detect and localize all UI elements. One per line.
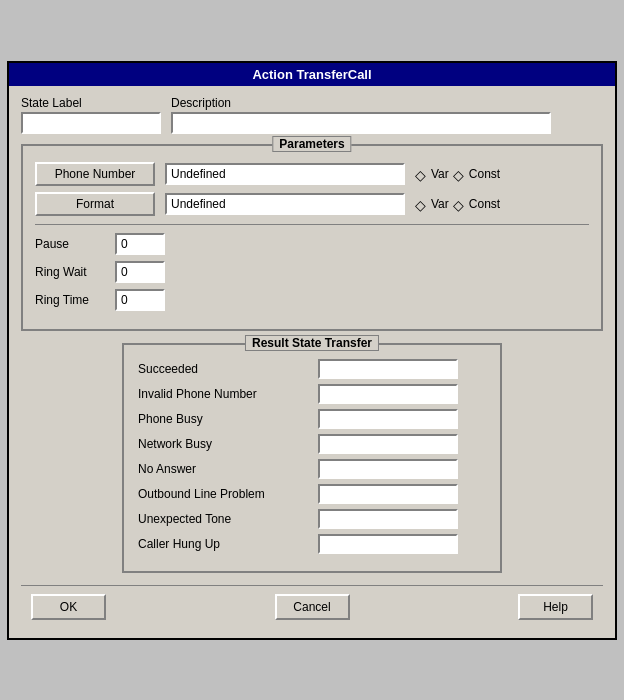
ring-wait-label: Ring Wait xyxy=(35,265,115,279)
format-radio-group: Var Const xyxy=(415,197,500,211)
result-row: Network Busy xyxy=(138,434,486,454)
state-label-input[interactable] xyxy=(21,112,161,134)
phone-number-row: Phone Number Var Const xyxy=(35,162,589,186)
window-body: State Label Description Parameters Phone… xyxy=(9,86,615,638)
result-row-input[interactable] xyxy=(318,384,458,404)
result-row: Outbound Line Problem xyxy=(138,484,486,504)
phone-number-const-label: Const xyxy=(469,167,500,181)
result-row-input[interactable] xyxy=(318,459,458,479)
ring-time-label: Ring Time xyxy=(35,293,115,307)
phone-number-radio-group: Var Const xyxy=(415,167,500,181)
format-input[interactable] xyxy=(165,193,405,215)
help-button[interactable]: Help xyxy=(518,594,593,620)
result-row-label: Caller Hung Up xyxy=(138,537,318,551)
parameters-legend: Parameters xyxy=(272,136,351,152)
pause-input[interactable] xyxy=(115,233,165,255)
parameters-box: Parameters Phone Number Var Const Format xyxy=(21,144,603,331)
pause-row: Pause xyxy=(35,233,589,255)
format-var-diamond xyxy=(415,198,427,210)
result-row: Phone Busy xyxy=(138,409,486,429)
phone-number-const-diamond xyxy=(453,168,465,180)
result-row-input[interactable] xyxy=(318,359,458,379)
phone-number-var-diamond xyxy=(415,168,427,180)
phone-number-button[interactable]: Phone Number xyxy=(35,162,155,186)
description-label: Description xyxy=(171,96,551,110)
result-row-label: Phone Busy xyxy=(138,412,318,426)
result-row-input[interactable] xyxy=(318,434,458,454)
result-state-box: Result State Transfer SucceededInvalid P… xyxy=(122,343,502,573)
divider xyxy=(35,224,589,225)
ring-time-row: Ring Time xyxy=(35,289,589,311)
format-row: Format Var Const xyxy=(35,192,589,216)
format-var-label: Var xyxy=(431,197,449,211)
window-title: Action TransferCall xyxy=(252,67,371,82)
description-group: Description xyxy=(171,96,551,134)
ok-button[interactable]: OK xyxy=(31,594,106,620)
result-row-label: Network Busy xyxy=(138,437,318,451)
main-window: Action TransferCall State Label Descript… xyxy=(7,61,617,640)
result-row: Succeeded xyxy=(138,359,486,379)
description-input[interactable] xyxy=(171,112,551,134)
format-const-diamond xyxy=(453,198,465,210)
ring-wait-input[interactable] xyxy=(115,261,165,283)
result-row-label: Invalid Phone Number xyxy=(138,387,318,401)
result-row-input[interactable] xyxy=(318,509,458,529)
result-rows-container: SucceededInvalid Phone NumberPhone BusyN… xyxy=(138,359,486,554)
result-row-label: Succeeded xyxy=(138,362,318,376)
pause-label: Pause xyxy=(35,237,115,251)
result-row: No Answer xyxy=(138,459,486,479)
result-row-label: No Answer xyxy=(138,462,318,476)
state-label-group: State Label xyxy=(21,96,161,134)
ring-time-input[interactable] xyxy=(115,289,165,311)
result-row: Caller Hung Up xyxy=(138,534,486,554)
result-row: Invalid Phone Number xyxy=(138,384,486,404)
format-button[interactable]: Format xyxy=(35,192,155,216)
top-row: State Label Description xyxy=(21,96,603,134)
result-row-label: Unexpected Tone xyxy=(138,512,318,526)
state-label-label: State Label xyxy=(21,96,161,110)
result-row-input[interactable] xyxy=(318,484,458,504)
result-row-input[interactable] xyxy=(318,409,458,429)
title-bar: Action TransferCall xyxy=(9,63,615,86)
result-state-legend: Result State Transfer xyxy=(245,335,379,351)
button-row: OK Cancel Help xyxy=(21,585,603,628)
format-const-label: Const xyxy=(469,197,500,211)
phone-number-var-label: Var xyxy=(431,167,449,181)
result-row-input[interactable] xyxy=(318,534,458,554)
result-row-label: Outbound Line Problem xyxy=(138,487,318,501)
ring-wait-row: Ring Wait xyxy=(35,261,589,283)
cancel-button[interactable]: Cancel xyxy=(275,594,350,620)
result-row: Unexpected Tone xyxy=(138,509,486,529)
phone-number-input[interactable] xyxy=(165,163,405,185)
